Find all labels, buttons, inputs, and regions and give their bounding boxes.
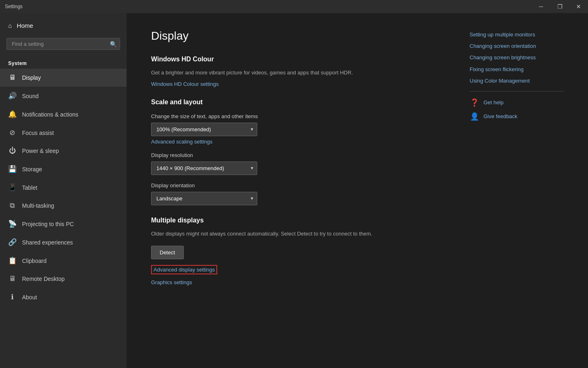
shared-icon: 🔗 — [8, 238, 16, 247]
sidebar-section-label: System — [0, 56, 127, 69]
sidebar-item-home[interactable]: ⌂ Home — [0, 16, 127, 35]
close-button[interactable]: ✕ — [569, 0, 588, 13]
titlebar-controls: ─ ❐ ✕ — [532, 0, 588, 13]
resolution-label: Display resolution — [151, 152, 453, 158]
sidebar-item-projecting[interactable]: 📡 Projecting to this PC — [0, 215, 127, 233]
advanced-display-link-box: Advanced display settings — [151, 265, 217, 274]
sidebar-item-about-label: About — [22, 294, 37, 301]
tablet-icon: 📱 — [8, 183, 16, 192]
hdr-section-title: Windows HD Colour — [151, 56, 453, 63]
sidebar-item-multitasking[interactable]: ⧉ Multi-tasking — [0, 197, 127, 215]
get-help-icon: ❓ — [470, 98, 479, 107]
sidebar-item-remote[interactable]: 🖥 Remote Desktop — [0, 270, 127, 288]
sidebar-item-multitasking-label: Multi-tasking — [22, 202, 54, 209]
home-icon: ⌂ — [8, 22, 12, 29]
sidebar-item-about[interactable]: ℹ About — [0, 288, 127, 306]
sidebar-item-clipboard[interactable]: 📋 Clipboard — [0, 251, 127, 270]
sidebar-item-notifications[interactable]: 🔔 Notifications & actions — [0, 105, 127, 123]
orientation-dropdown[interactable]: Landscape Portrait Landscape (flipped) P… — [151, 192, 257, 205]
sidebar-item-focus-label: Focus assist — [22, 130, 54, 136]
sidebar-item-display-label: Display — [22, 74, 41, 81]
sidebar-item-storage[interactable]: 💾 Storage — [0, 160, 127, 178]
remote-icon: 🖥 — [8, 275, 16, 283]
size-label: Change the size of text, apps and other … — [151, 113, 453, 119]
sidebar-item-sound[interactable]: 🔊 Sound — [0, 87, 127, 105]
sidebar-item-notifications-label: Notifications & actions — [22, 111, 78, 118]
sidebar-item-storage-label: Storage — [22, 166, 42, 173]
right-panel-divider — [470, 91, 564, 92]
hdr-description: Get a brighter and more vibrant picture … — [151, 69, 453, 77]
right-panel-link-2[interactable]: Changing screen brightness — [470, 54, 564, 61]
sidebar-search-container: 🔍 — [7, 38, 120, 50]
multitasking-icon: ⧉ — [8, 202, 16, 210]
detect-button[interactable]: Detect — [151, 246, 184, 259]
graphics-settings-link[interactable]: Graphics settings — [151, 279, 453, 285]
page-title: Display — [151, 29, 453, 43]
projecting-icon: 📡 — [8, 220, 16, 228]
sidebar-item-display[interactable]: 🖥 Display — [0, 69, 127, 87]
notifications-icon: 🔔 — [8, 110, 16, 119]
sidebar-item-power[interactable]: ⏻ Power & sleep — [0, 142, 127, 160]
right-panel-link-4[interactable]: Using Color Management — [470, 77, 564, 85]
minimize-button[interactable]: ─ — [532, 0, 550, 13]
right-panel-link-3[interactable]: Fixing screen flickering — [470, 66, 564, 73]
sidebar-item-sound-label: Sound — [22, 93, 38, 99]
multiple-section-title: Multiple displays — [151, 217, 453, 224]
about-icon: ℹ — [8, 293, 16, 301]
give-feedback-label: Give feedback — [483, 113, 517, 119]
sidebar: ⌂ Home 🔍 System 🖥 Display 🔊 Sound 🔔 Noti… — [0, 13, 127, 368]
give-feedback-icon: 👤 — [470, 112, 479, 121]
display-icon: 🖥 — [8, 74, 16, 82]
give-feedback-action[interactable]: 👤 Give feedback — [470, 112, 564, 121]
resolution-dropdown[interactable]: 588 × 368 (Recommended) 1280 × 800 1024… — [151, 162, 257, 175]
main-content: Display Windows HD Colour Get a brighter… — [127, 13, 588, 368]
advanced-display-link[interactable]: Advanced display settings — [154, 267, 215, 273]
sidebar-item-clipboard-label: Clipboard — [22, 258, 47, 264]
sidebar-item-power-label: Power & sleep — [22, 148, 59, 154]
power-icon: ⏻ — [8, 147, 16, 155]
resolution-dropdown-wrapper: 588 × 368 (Recommended) 1280 × 800 1024… — [151, 162, 257, 175]
size-dropdown-wrapper: 100% (Recommended) 125% 150% 175% ▾ — [151, 123, 257, 136]
clipboard-icon: 📋 — [8, 256, 16, 265]
sidebar-item-tablet[interactable]: 📱 Tablet — [0, 178, 127, 197]
focus-icon: ⊘ — [8, 128, 16, 137]
maximize-button[interactable]: ❐ — [550, 0, 569, 13]
sidebar-home-label: Home — [17, 22, 33, 29]
multiple-description: Older displays might not always connect … — [151, 230, 453, 238]
search-icon: 🔍 — [110, 41, 117, 47]
sidebar-item-remote-label: Remote Desktop — [22, 276, 65, 282]
sidebar-item-tablet-label: Tablet — [22, 184, 37, 191]
get-help-action[interactable]: ❓ Get help — [470, 98, 564, 107]
hdr-settings-link[interactable]: Windows HD Colour settings — [151, 81, 453, 87]
storage-icon: 💾 — [8, 165, 16, 173]
sidebar-item-shared-label: Shared experiences — [22, 239, 73, 246]
right-panel-link-0[interactable]: Setting up multiple monitors — [470, 31, 564, 38]
search-input[interactable] — [7, 38, 120, 50]
get-help-label: Get help — [483, 99, 503, 105]
scale-section-title: Scale and layout — [151, 99, 453, 106]
content-area: Display Windows HD Colour Get a brighter… — [151, 29, 453, 352]
size-dropdown[interactable]: 100% (Recommended) 125% 150% 175% — [151, 123, 257, 136]
orientation-label: Display orientation — [151, 182, 453, 188]
right-panel-link-1[interactable]: Changing screen orientation — [470, 43, 564, 50]
app-body: ⌂ Home 🔍 System 🖥 Display 🔊 Sound 🔔 Noti… — [0, 13, 588, 368]
titlebar: Settings ─ ❐ ✕ — [0, 0, 588, 13]
advanced-scaling-link[interactable]: Advanced scaling settings — [151, 139, 453, 145]
sound-icon: 🔊 — [8, 92, 16, 100]
sidebar-item-shared[interactable]: 🔗 Shared experiences — [0, 233, 127, 251]
orientation-dropdown-wrapper: Landscape Portrait Landscape (flipped) P… — [151, 192, 257, 205]
titlebar-title: Settings — [5, 4, 22, 9]
sidebar-item-focus[interactable]: ⊘ Focus assist — [0, 123, 127, 142]
right-panel: Setting up multiple monitors Changing sc… — [470, 29, 564, 352]
sidebar-item-projecting-label: Projecting to this PC — [22, 221, 74, 227]
